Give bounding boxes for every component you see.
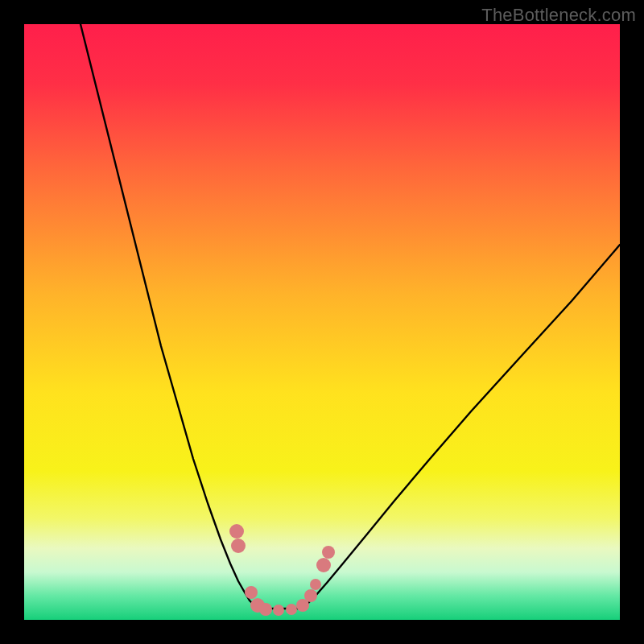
chart-frame: TheBottleneck.com xyxy=(0,0,644,644)
bottleneck-curve xyxy=(80,24,620,609)
plot-area xyxy=(24,24,620,620)
curve-dot xyxy=(286,604,297,615)
curve-dot xyxy=(245,586,258,599)
curve-dot xyxy=(304,589,317,602)
watermark-text: TheBottleneck.com xyxy=(481,5,636,26)
curve-dots xyxy=(229,524,335,616)
curve-dot xyxy=(273,605,284,616)
curve-dot xyxy=(229,524,244,539)
curve-dot xyxy=(316,558,331,572)
curve-layer xyxy=(24,24,620,620)
curve-dot xyxy=(259,603,272,616)
curve-dot xyxy=(322,546,335,559)
curve-dot xyxy=(310,579,321,590)
curve-dot xyxy=(231,539,246,553)
